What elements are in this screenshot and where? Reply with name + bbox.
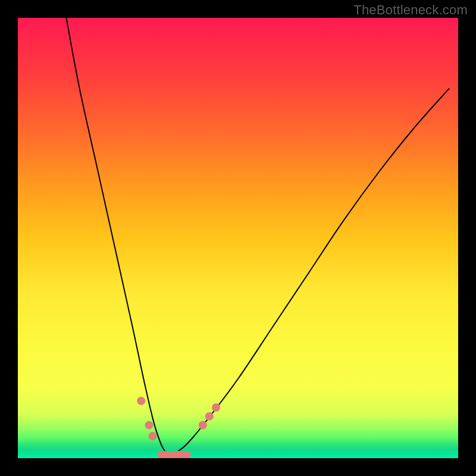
bottleneck-curve <box>66 18 449 455</box>
watermark-text: TheBottleneck.com <box>353 2 468 18</box>
data-marker <box>145 421 154 430</box>
data-marker <box>137 397 145 405</box>
data-marker <box>205 412 214 421</box>
data-marker <box>212 403 220 412</box>
chart-frame: TheBottleneck.com <box>0 0 476 476</box>
data-marker <box>199 421 207 430</box>
curve-layer <box>18 18 458 458</box>
data-marker <box>148 432 156 440</box>
plot-area <box>18 18 458 458</box>
